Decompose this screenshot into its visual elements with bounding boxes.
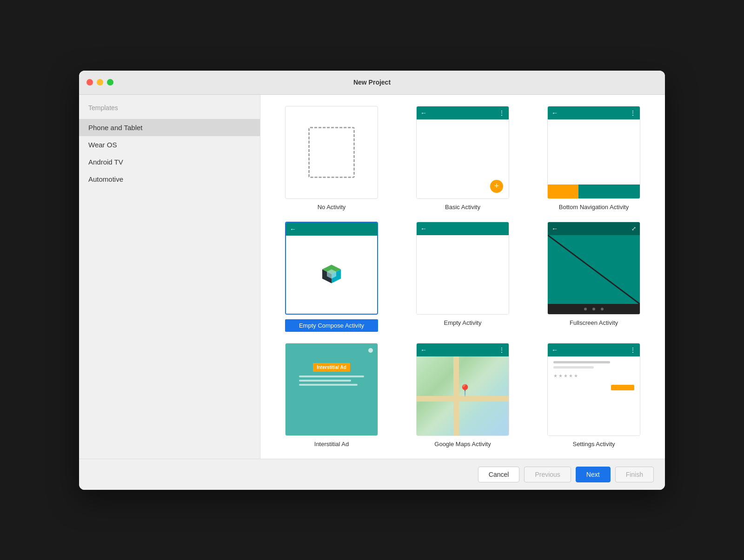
nav-dot (584, 308, 587, 310)
more-icon: ⋮ (498, 109, 505, 117)
no-activity-label: No Activity (318, 204, 346, 211)
sidebar-item-automotive[interactable]: Automotive (79, 171, 260, 188)
fullscreen-body (548, 235, 640, 304)
maps-preview: ← ⋮ 📍 (416, 343, 509, 436)
more-icon: ⋮ (630, 109, 636, 117)
template-settings[interactable]: ← ⋮ ★ ★ ★ ★ ★ (534, 343, 654, 448)
empty-activity-preview: ← (416, 222, 509, 315)
back-arrow-icon: ← (551, 225, 558, 232)
content-lines (299, 376, 364, 388)
empty-toolbar: ← (417, 222, 509, 235)
nav-tab-1 (548, 184, 578, 198)
template-interstitial-ad[interactable]: Interstitial Ad Interstitial Ad (272, 343, 392, 448)
expand-icon: ⤢ (631, 225, 636, 232)
basic-toolbar: ← ⋮ (417, 106, 509, 119)
settings-label: Settings Activity (572, 441, 615, 448)
bottom-nav-preview: ← ⋮ (547, 106, 640, 199)
settings-line-1 (553, 361, 610, 363)
settings-stars: ★ ★ ★ ★ ★ (553, 373, 634, 378)
back-arrow-icon: ← (551, 346, 558, 354)
empty-compose-preview: ← (285, 222, 378, 315)
template-empty-compose[interactable]: ← (272, 222, 392, 332)
maps-label: Google Maps Activity (434, 441, 491, 448)
interstitial-preview: Interstitial Ad (285, 343, 378, 436)
nav-tab-3 (609, 184, 640, 198)
back-arrow-icon: ← (290, 225, 296, 233)
close-button[interactable] (86, 79, 93, 86)
sidebar-item-wear-os[interactable]: Wear OS (79, 136, 260, 153)
bottom-nav-bar (548, 184, 640, 198)
fullscreen-label: Fullscreen Activity (570, 319, 618, 326)
minimize-button[interactable] (97, 79, 103, 86)
bottom-bar (548, 304, 640, 314)
next-button[interactable]: Next (576, 467, 611, 482)
basic-activity-label: Basic Activity (445, 204, 480, 211)
template-google-maps[interactable]: ← ⋮ 📍 Google Maps Activity (403, 343, 523, 448)
no-activity-preview (285, 106, 378, 199)
interstitial-body: Interstitial Ad (286, 343, 378, 435)
bottom-nav-body (548, 119, 640, 184)
templates-area: No Activity ← ⋮ + (260, 95, 665, 459)
maps-toolbar: ← ⋮ (417, 343, 509, 356)
template-basic-activity[interactable]: ← ⋮ + Basic Activity (403, 106, 523, 211)
bottom-nav-label: Bottom Navigation Activity (559, 204, 629, 211)
dashed-rect-icon (308, 127, 355, 178)
cancel-button[interactable]: Cancel (478, 467, 520, 482)
window-title: New Project (353, 79, 391, 86)
star-1: ★ (553, 373, 558, 378)
template-fullscreen[interactable]: ← ⤢ (534, 222, 654, 332)
basic-body: + (417, 119, 509, 198)
nav-tab-2 (578, 184, 609, 198)
fab-icon: + (490, 180, 503, 193)
templates-grid: No Activity ← ⋮ + (272, 106, 654, 448)
map-pin-icon: 📍 (458, 384, 472, 397)
settings-toolbar: ← ⋮ (548, 343, 640, 356)
nav-dot (601, 308, 604, 310)
sidebar-item-phone-tablet[interactable]: Phone and Tablet (79, 119, 260, 136)
back-arrow-icon: ← (420, 346, 427, 354)
line-2 (299, 380, 351, 382)
nav-dot (592, 308, 595, 310)
settings-yellow-bar (611, 385, 634, 390)
svg-line-4 (548, 235, 640, 304)
settings-preview: ← ⋮ ★ ★ ★ ★ ★ (547, 343, 640, 436)
interstitial-label: Interstitial Ad (314, 441, 349, 448)
template-bottom-nav[interactable]: ← ⋮ Bottom Navigation Activity (534, 106, 654, 211)
interstitial-badge-label: Interstitial Ad (313, 363, 350, 372)
line-1 (299, 376, 364, 377)
sidebar: Templates Phone and Tablet Wear OS Andro… (79, 95, 260, 459)
titlebar: New Project (79, 71, 665, 95)
sidebar-item-android-tv[interactable]: Android TV (79, 153, 260, 171)
empty-activity-label: Empty Activity (444, 319, 482, 326)
fullscreen-toolbar: ← ⤢ (548, 222, 640, 235)
fullscreen-preview: ← ⤢ (547, 222, 640, 315)
content-area: Templates Phone and Tablet Wear OS Andro… (79, 95, 665, 459)
back-arrow-icon: ← (420, 109, 427, 117)
new-project-window: New Project Templates Phone and Tablet W… (79, 71, 665, 490)
sidebar-title: Templates (79, 104, 260, 119)
settings-body: ★ ★ ★ ★ ★ (548, 356, 640, 435)
line-3 (299, 384, 357, 386)
template-empty-activity[interactable]: ← Empty Activity (403, 222, 523, 332)
empty-compose-label: Empty Compose Activity (285, 319, 378, 332)
star-3: ★ (564, 373, 568, 378)
back-arrow-icon: ← (420, 225, 427, 232)
previous-button[interactable]: Previous (524, 467, 571, 482)
bottom-nav-toolbar: ← ⋮ (548, 106, 640, 119)
more-icon: ⋮ (498, 346, 505, 354)
compose-toolbar: ← (286, 223, 377, 236)
basic-activity-preview: ← ⋮ + (416, 106, 509, 199)
maps-body: 📍 (417, 356, 509, 435)
empty-body (417, 235, 509, 314)
footer: Cancel Previous Next Finish (79, 459, 665, 490)
star-4: ★ (569, 373, 573, 378)
back-arrow-icon: ← (551, 109, 558, 117)
template-no-activity[interactable]: No Activity (272, 106, 392, 211)
compose-body (286, 236, 377, 314)
traffic-lights (86, 79, 113, 86)
settings-phone: ← ⋮ ★ ★ ★ ★ ★ (548, 343, 640, 435)
finish-button[interactable]: Finish (615, 467, 654, 482)
close-dot (368, 348, 373, 353)
maximize-button[interactable] (107, 79, 113, 86)
settings-line-2 (553, 366, 594, 369)
